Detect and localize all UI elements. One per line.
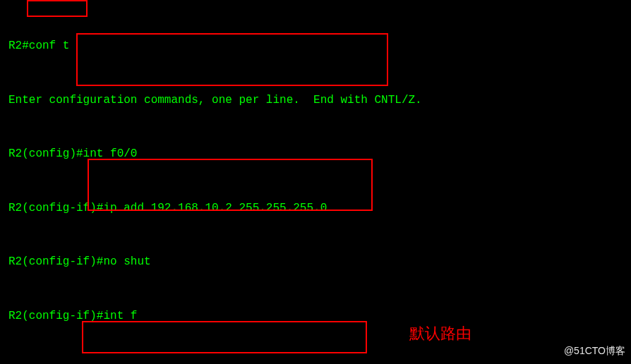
terminal-line: R2#conf t: [8, 37, 627, 56]
terminal-line: R2(config-if)#ip add 192.168.10.2 255.25…: [8, 200, 627, 218]
terminal-line: R2(config)#int f0/0: [8, 145, 627, 164]
terminal-line: *Mar 1 00:01:40.323: %LINK-3-UPDOWN: Int…: [8, 361, 627, 364]
terminal-line: R2(config-if)#no shut: [8, 253, 627, 272]
terminal-output: R2#conf t Enter configuration commands, …: [0, 0, 631, 364]
terminal-line: R2(config-if)#int f: [8, 308, 627, 326]
annotation-default-route: 默认路由: [409, 324, 471, 343]
watermark-text: @51CTO博客: [564, 342, 625, 360]
terminal-line: Enter configuration commands, one per li…: [8, 92, 627, 110]
